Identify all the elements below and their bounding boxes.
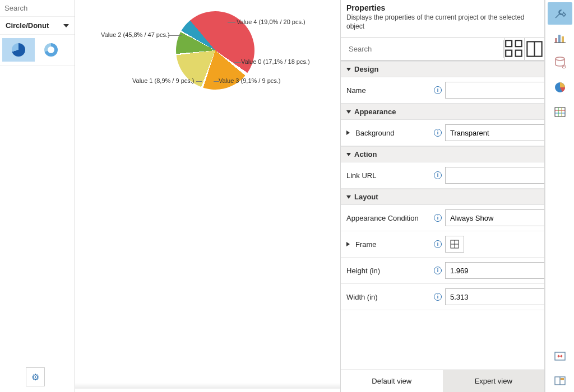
svg-rect-17 — [555, 108, 565, 116]
group-design[interactable]: Design — [341, 61, 544, 77]
info-icon[interactable]: i — [434, 129, 442, 137]
chevron-right-icon[interactable] — [346, 130, 352, 135]
svg-rect-3 — [516, 50, 522, 57]
thumb-donut[interactable] — [35, 38, 67, 62]
properties-title: Properties — [346, 3, 539, 12]
properties-panel: Properties Displays the properties of th… — [341, 0, 545, 392]
chevron-down-icon — [63, 24, 69, 27]
prop-row-appearance-condition: Appearance Condition i — [341, 205, 544, 231]
tool-strip — [545, 0, 574, 392]
chevron-right-icon[interactable] — [346, 242, 352, 246]
properties-view-grid-button[interactable] — [504, 38, 524, 60]
prop-row-linkurl: Link URL i √x — [341, 162, 544, 189]
group-layout[interactable]: Layout — [341, 189, 544, 205]
svg-point-15 — [563, 66, 564, 67]
property-view-tabs: Default view Expert view — [341, 370, 544, 392]
prop-row-frame: Frame i — [341, 231, 544, 258]
name-input[interactable] — [445, 82, 544, 99]
chart-type-label: Circle/Donut — [6, 21, 49, 30]
info-icon[interactable]: i — [434, 293, 442, 301]
properties-search-input[interactable] — [343, 40, 504, 58]
category-view-icon — [504, 39, 524, 59]
prop-row-width: Width (in) i √x — [341, 284, 544, 310]
info-icon[interactable]: i — [434, 86, 442, 94]
pie-graphic — [160, 0, 270, 106]
info-icon[interactable]: i — [434, 240, 442, 248]
prop-row-name: Name i — [341, 77, 544, 104]
group-label: Appearance — [354, 108, 396, 116]
alpha-view-icon — [525, 39, 544, 59]
thumb-pie[interactable] — [2, 38, 35, 62]
palette-settings-button[interactable]: ⚙ — [26, 367, 45, 386]
left-panel: Circle/Donut ⚙ — [0, 0, 75, 392]
tool-properties[interactable] — [548, 2, 572, 25]
linkurl-input[interactable] — [445, 167, 544, 184]
info-icon[interactable]: i — [434, 214, 442, 222]
tool-barchart[interactable] — [548, 27, 572, 49]
tool-piechart[interactable] — [548, 76, 572, 99]
chevron-down-icon — [346, 195, 351, 199]
svg-rect-2 — [506, 50, 512, 57]
prop-row-height: Height (in) i √x — [341, 258, 544, 284]
prop-label: Width (in) — [346, 293, 378, 301]
tool-vsplit[interactable] — [548, 370, 572, 392]
prop-label: Height (in) — [346, 267, 380, 275]
properties-description: Displays the properties of the current p… — [346, 13, 539, 31]
svg-rect-25 — [561, 378, 564, 380]
width-input[interactable] — [445, 288, 544, 305]
group-label: Layout — [354, 193, 378, 201]
group-label: Design — [354, 65, 378, 73]
prop-label: Appearance Condition — [346, 214, 419, 222]
properties-list: Design Name i Appearance Background i — [341, 60, 544, 370]
svg-rect-11 — [562, 36, 564, 43]
pie-chart-icon — [553, 81, 567, 94]
group-appearance[interactable]: Appearance — [341, 104, 544, 120]
design-canvas[interactable]: Value 2 (45,8% / 47 pcs.) Value 4 (19,0%… — [75, 0, 341, 392]
svg-rect-9 — [555, 38, 557, 43]
group-label: Action — [354, 150, 377, 158]
chevron-down-icon — [346, 110, 351, 114]
chevron-down-icon — [346, 153, 351, 156]
properties-search-row — [341, 38, 544, 60]
chart-type-header[interactable]: Circle/Donut — [0, 17, 75, 35]
svg-rect-1 — [516, 40, 522, 46]
appearance-condition-input[interactable] — [445, 209, 544, 226]
chevron-down-icon — [346, 68, 351, 71]
vsplit-icon — [553, 374, 567, 388]
info-icon[interactable]: i — [434, 171, 442, 179]
frame-picker-button[interactable] — [445, 236, 464, 253]
pie-slice-label: Value 2 (45,8% / 47 pcs.) — [101, 31, 170, 38]
pie-slice-label: Value 4 (19,0% / 20 pcs.) — [237, 18, 305, 25]
frame-icon — [450, 240, 459, 249]
svg-point-13 — [556, 57, 564, 60]
database-icon — [553, 56, 567, 69]
prop-row-background: Background i — [341, 120, 544, 146]
prop-label: Frame — [355, 240, 377, 249]
prop-label: Background — [355, 129, 394, 137]
hsplit-icon — [553, 349, 567, 363]
height-input[interactable] — [445, 262, 544, 279]
prop-label: Link URL — [346, 171, 376, 180]
properties-view-list-button[interactable] — [524, 38, 544, 60]
group-action[interactable]: Action — [341, 146, 544, 162]
tab-default-view[interactable]: Default view — [341, 370, 443, 392]
tab-expert-view[interactable]: Expert view — [443, 370, 545, 392]
svg-rect-10 — [558, 35, 561, 43]
chart-thumbs — [0, 35, 75, 66]
svg-rect-0 — [506, 40, 512, 46]
palette-search-input[interactable] — [4, 4, 70, 12]
tool-database[interactable] — [548, 52, 572, 74]
donut-icon — [44, 43, 58, 57]
info-icon[interactable]: i — [434, 267, 442, 274]
tool-table[interactable] — [548, 101, 572, 123]
pie-slice-label: Value 3 (9,1% / 9 pcs.) — [219, 77, 280, 84]
gear-icon: ⚙ — [31, 372, 39, 382]
pie-slice-label: Value 0 (17,1% / 18 pcs.) — [241, 58, 310, 65]
pie-slice-label: Value 1 (8,9% / 9 pcs.) — [132, 77, 194, 84]
background-input[interactable] — [445, 124, 544, 141]
palette-search — [0, 0, 75, 17]
wrench-icon — [553, 7, 567, 20]
tool-hsplit[interactable] — [548, 345, 572, 367]
pie-icon — [12, 43, 25, 57]
table-icon — [553, 105, 567, 119]
